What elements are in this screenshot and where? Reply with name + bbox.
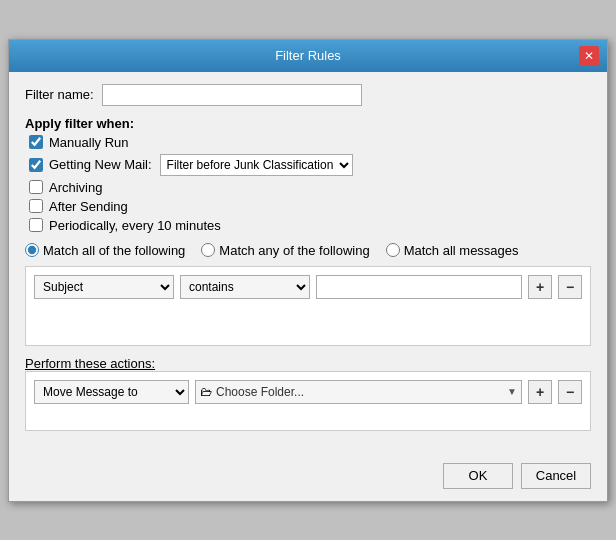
condition-value-input[interactable] [316, 275, 522, 299]
match-messages-row: Match all messages [386, 243, 519, 258]
action-add-button[interactable]: + [528, 380, 552, 404]
actions-box: Move Message to Copy Message to Forward … [25, 371, 591, 431]
manually-run-row: Manually Run [25, 135, 591, 150]
archiving-label: Archiving [49, 180, 102, 195]
action-row: Move Message to Copy Message to Forward … [34, 380, 582, 404]
archiving-row: Archiving [25, 180, 591, 195]
folder-select-container[interactable]: 🗁 Choose Folder... ▼ [195, 380, 522, 404]
match-messages-radio[interactable] [386, 243, 400, 257]
action-remove-button[interactable]: − [558, 380, 582, 404]
perform-actions-label: Perform these actions: [25, 356, 591, 371]
condition-remove-button[interactable]: − [558, 275, 582, 299]
filter-name-row: Filter name: [25, 84, 591, 106]
action-select[interactable]: Move Message to Copy Message to Forward … [34, 380, 189, 404]
filter-name-label: Filter name: [25, 87, 94, 102]
condition-row: Subject From To CC Body Date Size contai… [34, 275, 582, 299]
title-bar: Filter Rules ✕ [9, 40, 607, 72]
folder-icon: 🗁 [200, 385, 212, 399]
match-radio-section: Match all of the following Match any of … [25, 243, 591, 258]
subject-select[interactable]: Subject From To CC Body Date Size [34, 275, 174, 299]
apply-filter-section: Apply filter when: Manually Run Getting … [25, 116, 591, 233]
after-sending-row: After Sending [25, 199, 591, 214]
cancel-button[interactable]: Cancel [521, 463, 591, 489]
dialog-body: Filter name: Apply filter when: Manually… [9, 72, 607, 455]
ok-button[interactable]: OK [443, 463, 513, 489]
apply-filter-label: Apply filter when: [25, 116, 591, 131]
after-sending-label: After Sending [49, 199, 128, 214]
match-messages-label: Match all messages [404, 243, 519, 258]
filter-name-input[interactable] [102, 84, 362, 106]
folder-select-text: Choose Folder... [216, 385, 507, 399]
condition-add-button[interactable]: + [528, 275, 552, 299]
manually-run-label: Manually Run [49, 135, 129, 150]
dialog-footer: OK Cancel [9, 455, 607, 501]
filter-type-select[interactable]: Filter before Junk Classification Filter… [160, 154, 353, 176]
filter-rules-dialog: Filter Rules ✕ Filter name: Apply filter… [8, 39, 608, 502]
getting-new-mail-checkbox[interactable] [29, 158, 43, 172]
close-button[interactable]: ✕ [579, 46, 599, 66]
archiving-checkbox[interactable] [29, 180, 43, 194]
getting-new-mail-label: Getting New Mail: [49, 157, 152, 172]
periodically-row: Periodically, every 10 minutes [25, 218, 591, 233]
manually-run-checkbox[interactable] [29, 135, 43, 149]
after-sending-checkbox[interactable] [29, 199, 43, 213]
getting-new-mail-row: Getting New Mail: Filter before Junk Cla… [25, 154, 591, 176]
match-any-radio[interactable] [201, 243, 215, 257]
conditions-box: Subject From To CC Body Date Size contai… [25, 266, 591, 346]
folder-dropdown-arrow: ▼ [507, 386, 517, 397]
periodically-label: Periodically, every 10 minutes [49, 218, 221, 233]
dialog-title: Filter Rules [37, 48, 579, 63]
match-all-radio[interactable] [25, 243, 39, 257]
match-all-row: Match all of the following [25, 243, 185, 258]
periodically-checkbox[interactable] [29, 218, 43, 232]
match-any-row: Match any of the following [201, 243, 369, 258]
contains-select[interactable]: contains doesn't contain is isn't begins… [180, 275, 310, 299]
match-any-label: Match any of the following [219, 243, 369, 258]
match-all-label: Match all of the following [43, 243, 185, 258]
